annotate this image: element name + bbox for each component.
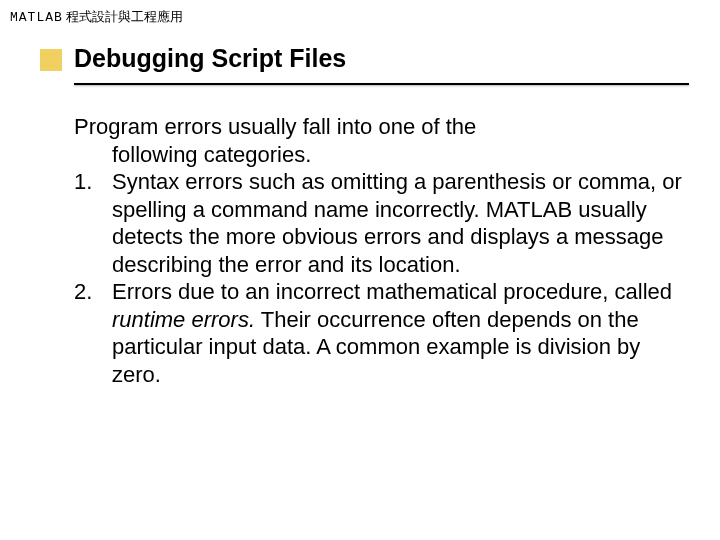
list-item-1: 1. Syntax errors such as omitting a pare… — [74, 168, 684, 278]
list-body-1: Syntax errors such as omitting a parenth… — [112, 168, 684, 278]
page-header: MATLAB 程式設計與工程應用 — [0, 0, 720, 34]
list-number-1: 1. — [74, 168, 112, 278]
intro-line1: Program errors usually fall into one of … — [74, 113, 684, 141]
item2-before: Errors due to an incorrect mathematical … — [112, 279, 672, 304]
list-body-2: Errors due to an incorrect mathematical … — [112, 278, 684, 388]
item2-italic: runtime errors. — [112, 307, 255, 332]
title-underline — [74, 83, 689, 85]
content-body: Program errors usually fall into one of … — [74, 113, 684, 388]
title-row: Debugging Script Files — [40, 44, 720, 73]
list-number-2: 2. — [74, 278, 112, 388]
slide-title: Debugging Script Files — [74, 44, 346, 73]
header-chinese: 程式設計與工程應用 — [63, 9, 183, 24]
accent-square-icon — [40, 49, 62, 71]
intro-line2: following categories. — [74, 141, 684, 169]
title-section: Debugging Script Files — [40, 44, 720, 85]
header-matlab: MATLAB — [10, 10, 63, 25]
list-item-2: 2. Errors due to an incorrect mathematic… — [74, 278, 684, 388]
